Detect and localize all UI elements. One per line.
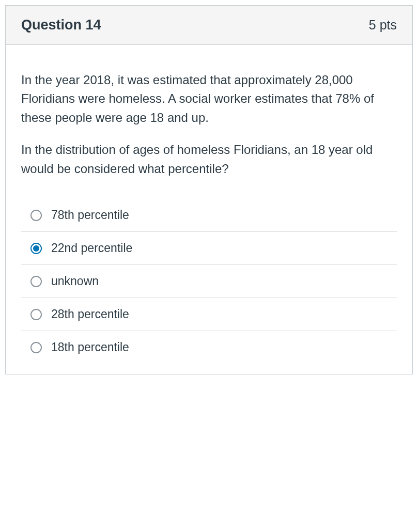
question-paragraph-2: In the distribution of ages of homeless … — [21, 140, 397, 178]
question-text: In the year 2018, it was estimated that … — [21, 71, 397, 178]
answers-list: 78th percentile 22nd percentile unknown … — [21, 199, 397, 364]
radio-icon — [30, 210, 42, 221]
answer-option[interactable]: 22nd percentile — [21, 232, 397, 265]
question-card: Question 14 5 pts In the year 2018, it w… — [5, 5, 413, 374]
question-paragraph-1: In the year 2018, it was estimated that … — [21, 71, 397, 127]
answer-option[interactable]: 18th percentile — [21, 331, 397, 364]
answer-label: 28th percentile — [51, 307, 129, 321]
question-header: Question 14 5 pts — [6, 6, 412, 45]
answer-label: 78th percentile — [51, 208, 129, 222]
question-points: 5 pts — [369, 18, 397, 33]
answer-label: 18th percentile — [51, 340, 129, 354]
radio-icon — [30, 243, 42, 254]
question-body: In the year 2018, it was estimated that … — [6, 45, 412, 374]
answer-option[interactable]: unknown — [21, 265, 397, 298]
answer-label: unknown — [51, 274, 99, 288]
radio-icon — [30, 342, 42, 353]
answer-label: 22nd percentile — [51, 241, 132, 255]
answer-option[interactable]: 28th percentile — [21, 298, 397, 331]
radio-icon — [30, 309, 42, 320]
question-title: Question 14 — [21, 17, 101, 33]
radio-icon — [30, 276, 42, 287]
answer-option[interactable]: 78th percentile — [21, 199, 397, 232]
